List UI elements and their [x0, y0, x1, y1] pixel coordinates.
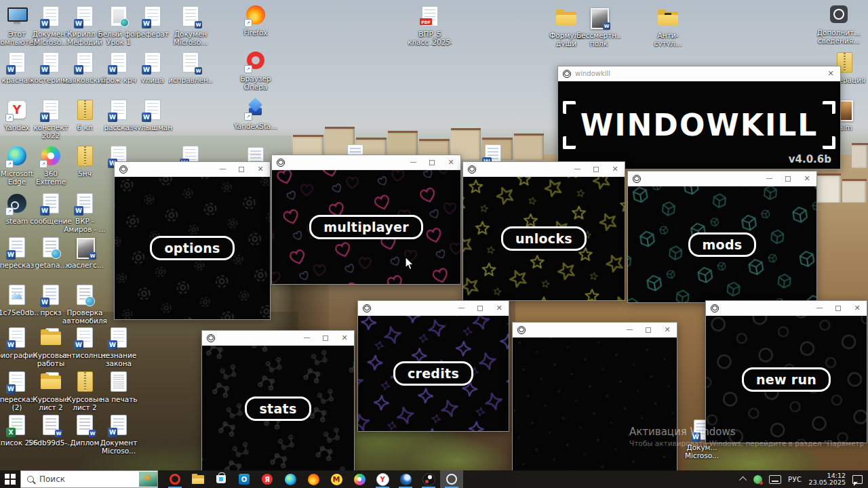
tray-language-indicator[interactable]: РУС [788, 476, 802, 483]
desktop-icon[interactable]: Wнезнание закона [97, 327, 140, 367]
photobw-icon: W [73, 237, 97, 260]
outlook-icon: O [239, 474, 250, 485]
titlebar[interactable]: ✕ [513, 323, 677, 338]
tray-chevron-up-icon[interactable] [739, 476, 747, 484]
maximize-icon[interactable] [829, 301, 848, 315]
close-icon[interactable]: ✕ [797, 171, 816, 186]
search-highlight-image[interactable] [139, 472, 157, 487]
maximize-icon[interactable] [316, 331, 335, 345]
close-icon[interactable]: ✕ [821, 66, 840, 81]
titlebar[interactable]: windowkill ✕ [558, 66, 840, 81]
desktop-icon[interactable]: PDFВПР_5 класс_2025-1 [408, 5, 452, 47]
taskbar-app-obs[interactable] [417, 470, 440, 488]
minimize-icon[interactable] [213, 162, 232, 176]
mods-button[interactable]: mods [688, 232, 757, 257]
credits-button[interactable]: credits [393, 361, 473, 386]
taskbar-app-opera[interactable] [163, 470, 186, 488]
new-run-button[interactable]: new run [742, 367, 831, 392]
desktop-icon[interactable]: Браузер Опера [234, 50, 277, 91]
desktop-icon[interactable]: Wисправлен... [169, 52, 212, 84]
close-icon[interactable]: ✕ [606, 162, 625, 176]
taskbar-app-browser360[interactable] [348, 470, 371, 488]
titlebar[interactable]: ✕ [358, 301, 509, 316]
taskbar-app-store[interactable] [210, 470, 233, 488]
word-icon: W [5, 237, 29, 260]
multiplayer-button[interactable]: multiplayer [309, 215, 423, 239]
windowkill-app-icon [468, 165, 476, 174]
minimize-icon[interactable] [810, 301, 829, 315]
pdf-icon: PDF [418, 5, 442, 28]
tray-date: 23.05.2025 [809, 479, 846, 487]
desktop-icon[interactable]: WДокумент Microso... [97, 414, 140, 455]
desktop-icon[interactable]: WБессмертн... полк [577, 7, 620, 47]
maximize-icon[interactable] [232, 162, 251, 176]
unlocks-button[interactable]: unlocks [501, 226, 587, 251]
search-input[interactable]: Поиск [20, 470, 158, 488]
titlebar[interactable]: ✕ [628, 171, 816, 186]
cube3d-icon [243, 98, 268, 121]
tray-clock[interactable]: 14:12 23.05.2025 [809, 472, 846, 487]
game-title: WINDOWKILL [580, 108, 818, 142]
minimize-icon[interactable] [297, 331, 316, 345]
maximize-icon[interactable] [778, 171, 797, 186]
desktop-icon-label: YandexSta... [233, 122, 278, 130]
word-icon: W [73, 192, 97, 216]
taskbar-app-edge[interactable] [279, 470, 302, 488]
minimize-icon[interactable] [760, 171, 778, 186]
titlebar[interactable]: ✕ [115, 162, 270, 177]
opera-icon [170, 474, 180, 485]
taskbar-app-firefox[interactable] [302, 470, 325, 488]
window-content: new run [706, 316, 867, 443]
start-button[interactable] [0, 470, 20, 488]
stats-button[interactable]: stats [245, 396, 311, 421]
minimize-icon[interactable] [452, 301, 471, 315]
bracket-icon [563, 101, 576, 114]
taskbar-app-explorer[interactable] [186, 470, 210, 488]
desktop-icon[interactable]: Wчулышман [131, 99, 174, 131]
taskbar-app-ybrowser[interactable]: Y [371, 470, 394, 488]
word-icon: W [140, 99, 165, 122]
desktop-icon[interactable]: на печать [97, 371, 140, 403]
taskbar-app-steam[interactable] [394, 470, 417, 488]
titlebar[interactable]: ✕ [272, 155, 460, 170]
maximize-icon[interactable] [471, 301, 490, 315]
titlebar[interactable]: ✕ [706, 301, 867, 316]
titlebar[interactable]: ✕ [202, 331, 354, 346]
tray-notification-icon[interactable] [852, 475, 863, 484]
desktop-icon[interactable]: Дополнит... сведения... [817, 4, 861, 45]
taskbar-app-outlook[interactable]: O [233, 470, 256, 488]
tray-keyboard-icon[interactable] [769, 475, 781, 484]
options-button[interactable]: options [150, 236, 234, 260]
close-icon[interactable]: ✕ [848, 301, 867, 315]
windowkill-app-icon [633, 175, 641, 183]
minimize-icon[interactable] [403, 155, 422, 169]
tray-antivirus-icon[interactable] [753, 475, 762, 484]
taskbar-app-mail[interactable]: M [325, 470, 348, 488]
close-icon[interactable]: ✕ [490, 301, 509, 315]
maximize-icon[interactable] [639, 323, 658, 337]
dots-pattern [513, 338, 677, 472]
desktop-icon[interactable]: WВКР - Амиров - ... [63, 192, 106, 233]
desktop-icon[interactable]: Анти-сутул... [646, 7, 690, 47]
photobw-icon: W [587, 7, 611, 30]
maximize-icon[interactable] [587, 162, 606, 176]
desktop-icon[interactable]: WДокумен Microso... [169, 5, 212, 46]
minimize-icon[interactable] [568, 162, 587, 176]
taskbar-app-windowkill[interactable] [440, 470, 463, 488]
close-icon[interactable]: ✕ [658, 323, 677, 337]
titlebar[interactable]: ✕ [463, 162, 625, 177]
close-icon[interactable]: ✕ [441, 155, 460, 169]
desktop-icon[interactable]: Wюаслегс... [63, 237, 106, 269]
close-icon[interactable]: ✕ [251, 162, 270, 176]
windowkill-app-icon [711, 304, 719, 312]
taskbar-app-yandex[interactable]: Я [256, 470, 279, 488]
desktop-icon[interactable]: Проверка автомобиля [63, 284, 106, 325]
desktop-icon[interactable]: YandexSta... [234, 98, 277, 130]
close-icon[interactable]: ✕ [335, 331, 354, 345]
notes-icon [106, 371, 131, 394]
desktop-icon-label: Firefox [233, 28, 278, 37]
maximize-icon[interactable] [422, 155, 441, 169]
excel-icon: X [5, 414, 29, 437]
desktop-icon[interactable]: Firefox [234, 4, 277, 37]
minimize-icon[interactable] [620, 323, 639, 337]
